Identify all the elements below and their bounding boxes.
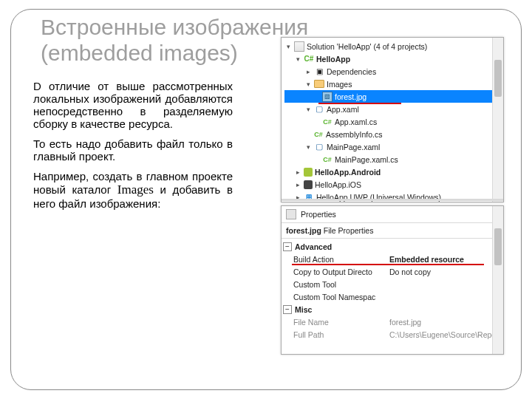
- xaml-icon: ▢: [314, 104, 324, 115]
- body-text: D отличие от выше рассмотренных локальны…: [33, 80, 233, 217]
- solution-explorer: ▾ Solution 'HelloApp' (4 of 4 projects) …: [281, 37, 504, 202]
- folder-images[interactable]: ▾Images: [284, 78, 500, 90]
- project-android[interactable]: ▸HelloApp.Android: [284, 166, 500, 178]
- scrollbar[interactable]: [492, 206, 503, 354]
- category-advanced[interactable]: −Advanced: [283, 240, 503, 253]
- csproj-icon: C#: [304, 54, 314, 64]
- project-helloapp[interactable]: ▾C#HelloApp: [284, 52, 500, 65]
- properties-header: Properties: [301, 210, 336, 219]
- node-dependencies[interactable]: ▸▣Dependencies: [284, 65, 500, 78]
- prop-fullpath[interactable]: Full PathC:\Users\Eugene\Source\Repo: [283, 328, 503, 341]
- scrollbar[interactable]: [492, 38, 503, 202]
- paragraph-2: То есть надо добавить файл только в глав…: [33, 137, 233, 163]
- prop-filename[interactable]: File Nameforest.jpg: [283, 316, 503, 328]
- csharp-icon: C#: [322, 117, 332, 127]
- solution-icon: [294, 41, 304, 52]
- xaml-icon: ▢: [314, 142, 324, 152]
- csharp-icon: C#: [322, 154, 332, 165]
- project-uwp[interactable]: ▸⊞HelloApp.UWP (Universal Windows): [284, 191, 500, 203]
- android-icon: [304, 168, 313, 177]
- prop-custom-tool[interactable]: Custom Tool: [283, 278, 503, 290]
- folder-icon: [314, 80, 324, 88]
- file-forest-jpg[interactable]: ▨forest.jpg: [284, 90, 500, 103]
- category-misc[interactable]: −Misc: [283, 303, 503, 316]
- ios-icon: [304, 180, 313, 189]
- project-ios[interactable]: ▸HelloApp.iOS: [284, 178, 500, 191]
- properties-icon: [286, 209, 296, 219]
- paragraph-3: Например, создать в главном проекте новы…: [33, 170, 233, 210]
- red-underline-1: [318, 103, 401, 104]
- file-app-xaml-cs[interactable]: C#App.xaml.cs: [284, 115, 500, 128]
- prop-custom-tool-ns[interactable]: Custom Tool Namespac: [283, 290, 503, 303]
- file-mainpage-xaml[interactable]: ▾▢MainPage.xaml: [284, 140, 500, 153]
- properties-file-title: forest.jpg File Properties: [286, 226, 373, 235]
- paragraph-1: D отличие от выше рассмотренных локальны…: [33, 80, 233, 130]
- image-file-icon: ▨: [322, 92, 332, 102]
- red-underline-2: [292, 264, 484, 265]
- properties-panel: Properties forest.jpg File Properties −A…: [281, 205, 504, 355]
- file-app-xaml[interactable]: ▾▢App.xaml: [284, 103, 500, 115]
- csharp-icon: C#: [313, 129, 324, 140]
- prop-copy[interactable]: Copy to Output DirectoDo not copy: [283, 265, 503, 278]
- file-assemblyinfo[interactable]: C#AssemblyInfo.cs: [284, 128, 500, 140]
- solution-root[interactable]: ▾ Solution 'HelloApp' (4 of 4 projects): [284, 40, 500, 52]
- file-mainpage-xaml-cs[interactable]: C#MainPage.xaml.cs: [284, 153, 500, 166]
- dependencies-icon: ▣: [314, 66, 324, 77]
